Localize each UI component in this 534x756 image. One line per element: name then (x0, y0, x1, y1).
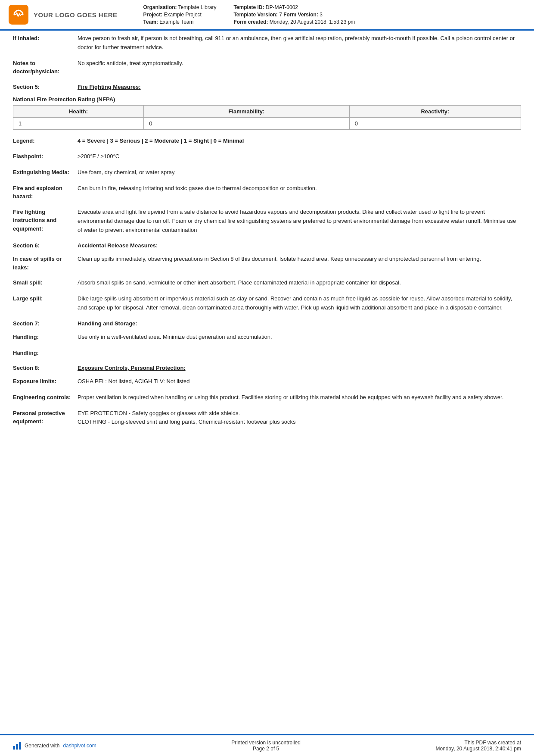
engineering-row: Engineering controls: Proper ventilation… (13, 390, 521, 406)
form-version-value: 3 (320, 12, 323, 18)
small-spill-row: Small spill: Absorb small spills on sand… (13, 275, 521, 291)
section8-title: Exposure Controls, Personal Protection: (78, 365, 186, 371)
template-version-label: Template Version: (233, 12, 277, 18)
legend-row: Legend: 4 = Severe | 3 = Serious | 2 = M… (13, 133, 521, 149)
nfpa-health-header: Health: (13, 105, 144, 117)
section8-label: Section 8: (13, 365, 78, 371)
extinguishing-row: Extinguishing Media: Use foam, dry chemi… (13, 165, 521, 181)
dashpivot-link[interactable]: dashpivot.com (63, 743, 96, 749)
extinguishing-value: Use foam, dry chemical, or water spray. (78, 168, 521, 177)
extinguishing-label: Extinguishing Media: (13, 168, 78, 177)
section5-header: Section 5: Fire Fighting Measures: (13, 79, 521, 93)
fire-fighting-value: Evacuate area and fight fire upwind from… (78, 208, 521, 234)
logo-text: YOUR LOGO GOES HERE (34, 11, 118, 19)
project-label: Project: (143, 12, 163, 18)
engineering-label: Engineering controls: (13, 393, 78, 402)
flashpoint-value: >200°F / >100°C (78, 152, 521, 161)
footer-center: Printed version is uncontrolled Page 2 o… (231, 740, 301, 752)
exposure-value: OSHA PEL: Not listed, ACIGH TLV: Not lis… (78, 377, 521, 386)
flashpoint-row: Flashpoint: >200°F / >100°C (13, 149, 521, 165)
section6-title: Accidental Release Measures: (78, 242, 158, 249)
form-created-row: Form created: Monday, 20 August 2018, 1:… (233, 19, 355, 25)
content: If inhaled: Move person to fresh air, if… (0, 31, 534, 734)
handling2-label: Handling: (13, 349, 78, 357)
template-version-value: 7 (279, 12, 282, 18)
footer-right-line1: This PDF was created at (435, 740, 521, 746)
flashpoint-label: Flashpoint: (13, 152, 78, 161)
footer-left: Generated with dashpivot.com (13, 742, 96, 750)
header-meta: Organisation: Template Library Project: … (118, 4, 521, 25)
logo-icon (9, 5, 28, 25)
handling1-row: Handling: Use only in a well-ventilated … (13, 329, 521, 345)
section7-header: Section 7: Handling and Storage: (13, 316, 521, 329)
ppe-value1: EYE PROTECTION - Safety goggles or glass… (78, 409, 521, 418)
fire-explosion-value: Can burn in fire, releasing irritating a… (78, 184, 521, 193)
section6-label: Section 6: (13, 242, 78, 249)
page: YOUR LOGO GOES HERE Organisation: Templa… (0, 0, 534, 756)
exposure-row: Exposure limits: OSHA PEL: Not listed, A… (13, 374, 521, 390)
ppe-value2: CLOTHING - Long-sleeved shirt and long p… (78, 418, 521, 427)
footer-center-line2: Page 2 of 5 (231, 746, 301, 752)
section8-header: Section 8: Exposure Controls, Personal P… (13, 360, 521, 374)
ppe-label: Personal protective equipment: (13, 409, 78, 426)
spills-row: In case of spills or leaks: Clean up spi… (13, 251, 521, 275)
footer-right-line2: Monday, 20 August 2018, 2:40:41 pm (435, 746, 521, 752)
team-row: Team: Example Team (143, 19, 217, 25)
form-created-label: Form created: (233, 19, 268, 25)
template-version-row: Template Version: 7 Form Version: 3 (233, 12, 355, 18)
org-row: Organisation: Template Library (143, 4, 217, 10)
exposure-label: Exposure limits: (13, 377, 78, 386)
bar3 (19, 742, 21, 750)
nfpa-reactivity-header: Reactivity: (349, 105, 521, 117)
section6-header: Section 6: Accidental Release Measures: (13, 238, 521, 251)
project-value: Example Project (164, 12, 202, 18)
notes-label: Notes to doctor/physician: (13, 59, 78, 76)
template-id-row: Template ID: DP-MAT-0002 (233, 4, 355, 10)
spills-label: In case of spills or leaks: (13, 255, 78, 272)
handling1-label: Handling: (13, 333, 78, 341)
section7-label: Section 7: (13, 320, 78, 327)
header-col-right: Template ID: DP-MAT-0002 Template Versio… (233, 4, 355, 25)
bar1 (13, 746, 15, 750)
logo-area: YOUR LOGO GOES HERE (9, 4, 118, 25)
header-col-left: Organisation: Template Library Project: … (143, 4, 217, 25)
large-spill-row: Large spill: Dike large spills using abs… (13, 291, 521, 316)
section5-label: Section 5: (13, 84, 78, 90)
nfpa-heading: National Fire Protection Rating (NFPA) (13, 93, 521, 105)
legend-label: Legend: (13, 137, 78, 145)
ppe-value: EYE PROTECTION - Safety goggles or glass… (78, 409, 521, 427)
notes-value: No specific antidote, treat symptomatica… (78, 59, 521, 68)
notes-row: Notes to doctor/physician: No specific a… (13, 56, 521, 79)
if-inhaled-value: Move person to fresh air, if person is n… (78, 34, 521, 52)
org-value: Template Library (178, 4, 217, 10)
engineering-value: Proper ventilation is required when hand… (78, 393, 521, 402)
org-label: Organisation: (143, 4, 177, 10)
team-value: Example Team (159, 19, 193, 25)
large-spill-label: Large spill: (13, 294, 78, 303)
team-label: Team: (143, 19, 158, 25)
if-inhaled-label: If inhaled: (13, 34, 78, 43)
fire-fighting-label: Fire fighting instructions and equipment… (13, 208, 78, 233)
footer-right: This PDF was created at Monday, 20 Augus… (435, 740, 521, 752)
footer-center-line1: Printed version is uncontrolled (231, 740, 301, 746)
if-inhaled-row: If inhaled: Move person to fresh air, if… (13, 31, 521, 56)
form-created-value: Monday, 20 August 2018, 1:53:23 pm (270, 19, 355, 25)
nfpa-flammability-value: 0 (144, 117, 350, 129)
footer-bars-icon (13, 742, 21, 750)
template-id-label: Template ID: (233, 4, 264, 10)
template-id-value: DP-MAT-0002 (266, 4, 298, 10)
header: YOUR LOGO GOES HERE Organisation: Templa… (0, 0, 534, 31)
generated-text: Generated with (25, 743, 59, 749)
footer: Generated with dashpivot.com Printed ver… (0, 734, 534, 756)
fire-explosion-label: Fire and explosion hazard: (13, 184, 78, 201)
spills-value: Clean up spills immediately, observing p… (78, 255, 521, 264)
legend-value: 4 = Severe | 3 = Serious | 2 = Moderate … (78, 137, 521, 146)
bar2 (16, 744, 18, 750)
section7-title: Handling and Storage: (78, 320, 137, 327)
form-version-label: Form Version: (283, 12, 318, 18)
fire-fighting-row: Fire fighting instructions and equipment… (13, 204, 521, 238)
fire-explosion-row: Fire and explosion hazard: Can burn in f… (13, 181, 521, 204)
small-spill-value: Absorb small spills on sand, vermiculite… (78, 278, 521, 287)
small-spill-label: Small spill: (13, 278, 78, 287)
handling1-value: Use only in a well-ventilated area. Mini… (78, 333, 521, 342)
